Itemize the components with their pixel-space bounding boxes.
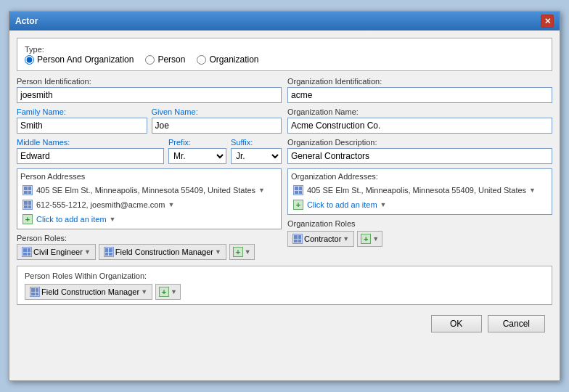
radio-person-and-org-label: Person And Organization <box>37 54 134 65</box>
dialog-body: Type: Person And Organization Person Org… <box>9 30 560 347</box>
type-section: Type: Person And Organization Person Org… <box>17 38 552 71</box>
person-panel: Person Identification: Family Name: Give… <box>17 77 282 260</box>
person-addresses-box: Person Addresses 405 S <box>17 168 282 229</box>
person-identification-input[interactable] <box>17 87 282 103</box>
within-org-label: Person Roles Within Organization: <box>25 271 147 280</box>
person-role-1-label: Civil Engineer <box>33 248 83 256</box>
org-role-1-icon <box>292 234 303 244</box>
person-roles-group: Person Roles: Civil Engineer ▼ <box>17 234 282 260</box>
type-label: Type: <box>25 45 44 54</box>
person-role-chip-2[interactable]: Field Construction Manager ▼ <box>99 244 226 260</box>
dialog-title: Actor <box>15 16 38 26</box>
person-roles-label: Person Roles: <box>17 234 282 242</box>
org-grid-icon-1 <box>293 185 303 195</box>
org-address-icon-1 <box>292 184 304 196</box>
address-icon-1 <box>22 184 33 196</box>
org-identification-input[interactable] <box>287 87 552 103</box>
name-row: Family Name: Given Name: <box>17 107 282 134</box>
org-name-input[interactable] <box>287 118 552 134</box>
org-roles-row: Contractor ▼ + ▼ <box>287 231 552 247</box>
org-role-1-label: Contractor <box>304 234 341 243</box>
org-addresses-box: Organization Addresses: <box>287 168 552 215</box>
org-name-label: Organization Name: <box>287 107 552 116</box>
person-add-address[interactable]: + Click to add an item ▼ <box>20 213 278 226</box>
org-role-chip-1[interactable]: Contractor ▼ <box>287 231 354 247</box>
plus-icon: + <box>22 214 33 224</box>
role-1-icon <box>22 247 32 257</box>
middle-prefix-suffix-row: Middle Names: Prefix: Mr. Mrs. Ms. Dr. <box>17 138 282 164</box>
given-name-input[interactable] <box>152 118 282 134</box>
organization-panel: Organization Identification: Organizatio… <box>287 77 552 260</box>
org-add-address-icon: + <box>292 199 304 211</box>
org-role-1-arrow: ▼ <box>343 235 349 242</box>
org-addresses-label: Organization Addresses: <box>291 172 549 181</box>
address-2-arrow: ▼ <box>168 201 174 208</box>
address-1-arrow: ▼ <box>258 187 265 194</box>
family-name-group: Family Name: <box>17 107 147 134</box>
radio-person-and-org[interactable]: Person And Organization <box>25 54 134 65</box>
given-name-group: Given Name: <box>152 107 282 134</box>
org-roles-section: Organization Roles Contractor ▼ <box>287 219 552 247</box>
type-radio-group: Person And Organization Person Organizat… <box>25 54 544 65</box>
person-address-2-text: 612-555-1212, joesmith@acme.com <box>36 200 165 209</box>
middle-names-label: Middle Names: <box>17 138 164 147</box>
within-org-role-1-label: Field Construction Manager <box>41 287 139 296</box>
add-address-arrow: ▼ <box>110 216 116 223</box>
within-org-role-icon <box>30 287 40 297</box>
within-org-add-icon: + <box>159 287 169 297</box>
org-address-item-1[interactable]: 405 SE Elm St., Minneapolis, Minnesota 5… <box>291 184 549 197</box>
cancel-button[interactable]: Cancel <box>488 315 545 332</box>
person-address-item-1[interactable]: 405 SE Elm St., Minneapolis, Minnesota 5… <box>20 184 278 197</box>
close-button[interactable]: ✕ <box>541 15 554 28</box>
person-address-item-2[interactable]: 612-555-1212, joesmith@acme.com ▼ <box>20 198 278 211</box>
org-add-role-arrow: ▼ <box>372 235 379 242</box>
org-plus-icon: + <box>293 200 303 210</box>
title-bar: Actor ✕ <box>9 12 560 30</box>
org-address-1-arrow: ▼ <box>529 187 536 194</box>
org-add-role-icon: + <box>361 234 371 244</box>
prefix-group: Prefix: Mr. Mrs. Ms. Dr. <box>168 138 226 164</box>
org-description-input[interactable] <box>287 148 552 164</box>
ok-button[interactable]: OK <box>431 315 482 332</box>
given-name-label: Given Name: <box>152 107 282 116</box>
radio-organization[interactable]: Organization <box>197 54 258 65</box>
org-identification-label: Organization Identification: <box>287 77 552 86</box>
suffix-group: Suffix: Jr. Sr. II III <box>231 138 282 164</box>
prefix-select[interactable]: Mr. Mrs. Ms. Dr. <box>168 148 226 164</box>
middle-names-input[interactable] <box>17 148 164 164</box>
org-description-label: Organization Description: <box>287 138 552 147</box>
suffix-label: Suffix: <box>231 138 282 147</box>
grid-icon-1 <box>22 185 33 195</box>
family-name-input[interactable] <box>17 118 147 134</box>
person-add-role[interactable]: + ▼ <box>229 244 255 260</box>
within-org-role-1-arrow: ▼ <box>141 288 147 295</box>
person-address-list: 405 SE Elm St., Minneapolis, Minnesota 5… <box>20 184 278 226</box>
org-add-address-label: Click to add an item <box>307 200 377 209</box>
prefix-label: Prefix: <box>168 138 226 147</box>
within-org-roles-row: Field Construction Manager ▼ + ▼ <box>25 284 544 300</box>
org-add-role[interactable]: + ▼ <box>357 231 382 247</box>
person-role-2-label: Field Construction Manager <box>115 248 213 256</box>
address-icon-2 <box>22 199 33 211</box>
org-add-address-arrow: ▼ <box>380 201 387 208</box>
person-role-chip-1[interactable]: Civil Engineer ▼ <box>17 244 96 260</box>
suffix-select[interactable]: Jr. Sr. II III <box>231 148 282 164</box>
role-2-icon <box>104 247 114 257</box>
person-identification-label: Person Identification: <box>17 77 282 86</box>
org-name-group: Organization Name: <box>287 107 552 134</box>
radio-person-label: Person <box>157 54 185 65</box>
person-identification-group: Person Identification: <box>17 77 282 103</box>
org-address-list: 405 SE Elm St., Minneapolis, Minnesota 5… <box>291 184 549 211</box>
within-org-add-role[interactable]: + ▼ <box>155 284 181 300</box>
radio-organization-label: Organization <box>209 54 258 65</box>
org-roles-label: Organization Roles <box>287 219 552 228</box>
family-name-label: Family Name: <box>17 107 147 116</box>
org-add-address[interactable]: + Click to add an item ▼ <box>291 198 549 211</box>
buttons-row: OK Cancel <box>17 311 552 340</box>
person-address-1-text: 405 SE Elm St., Minneapolis, Minnesota 5… <box>36 186 255 195</box>
within-org-role-chip-1[interactable]: Field Construction Manager ▼ <box>25 284 152 300</box>
actor-dialog: Actor ✕ Type: Person And Organization Pe… <box>9 11 560 381</box>
person-roles-row: Civil Engineer ▼ Field Construction Mana… <box>17 244 282 260</box>
org-description-group: Organization Description: <box>287 138 552 164</box>
radio-person[interactable]: Person <box>145 54 185 65</box>
